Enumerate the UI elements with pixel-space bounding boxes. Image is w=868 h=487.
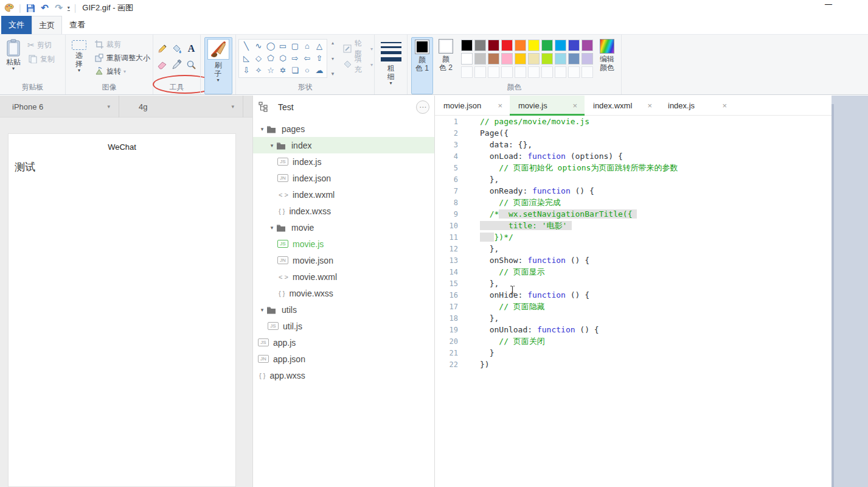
palette-color-swatch[interactable] (461, 40, 473, 51)
magnifier-tool-icon[interactable] (185, 57, 198, 72)
tab-close-icon[interactable]: × (572, 101, 577, 110)
size-button[interactable]: 粗 细 ▾ (378, 37, 404, 94)
code-line[interactable]: 13 onShow: function () { (435, 254, 832, 266)
palette-empty-swatch[interactable] (555, 66, 566, 78)
palette-empty-swatch[interactable] (515, 66, 526, 78)
arrow-right-shape[interactable]: ⇨ (289, 52, 301, 65)
copy-button[interactable]: 复制 (26, 53, 56, 65)
tree-file-movie.json[interactable]: JNmovie.json (253, 252, 434, 268)
palette-empty-swatch[interactable] (568, 66, 580, 78)
ellipse-shape[interactable]: ◯ (265, 40, 277, 52)
ribbon-tab-文件[interactable]: 文件 (1, 16, 32, 34)
chevron-down-icon[interactable]: ▾ (268, 142, 276, 149)
code-line[interactable]: 22}) (435, 359, 832, 370)
chevron-down-icon[interactable]: ▾ (258, 307, 266, 313)
palette-color-swatch[interactable] (515, 53, 526, 65)
tree-file-movie.js[interactable]: JSmovie.js (253, 236, 434, 252)
code-line[interactable]: 9 /* wx.setNavigationBarTitle({ (435, 208, 832, 220)
editor-tab-movie.js[interactable]: movie.js× (510, 96, 585, 115)
tree-file-movie.wxml[interactable]: < >movie.wxml (253, 268, 434, 285)
palette-color-swatch[interactable] (541, 40, 553, 51)
palette-color-swatch[interactable] (461, 53, 473, 65)
editor-tab-movie.json[interactable]: movie.json× (435, 96, 510, 115)
shapes-scroll-up-icon[interactable]: ▴ (329, 40, 336, 46)
fill-tool-icon[interactable] (170, 41, 184, 57)
palette-color-swatch[interactable] (568, 40, 580, 51)
palette-color-swatch[interactable] (515, 40, 526, 51)
tab-close-icon[interactable]: × (498, 101, 502, 110)
code-line[interactable]: 10 title: '电影' (435, 220, 832, 231)
editor-tab-index.js[interactable]: index.js× (659, 96, 734, 115)
palette-color-swatch[interactable] (555, 40, 566, 51)
minimize-button[interactable]: — (819, 0, 838, 11)
tree-file-movie.wxss[interactable]: { }movie.wxss (253, 285, 434, 301)
code-line[interactable]: 8 // 页面渲染完成 (435, 197, 832, 208)
callout-cloud-shape[interactable]: ☁ (313, 65, 325, 77)
resize-button[interactable]: 重新调整大小 (92, 52, 151, 64)
palette-color-swatch[interactable] (501, 53, 513, 65)
shapes-scroll-down-icon[interactable]: ▾ (329, 56, 336, 61)
explorer-menu-button[interactable]: ⋯ (416, 100, 429, 114)
arrow-up-shape[interactable]: ⇧ (313, 52, 325, 65)
tab-close-icon[interactable]: × (647, 101, 652, 110)
color-picker-tool-icon[interactable] (170, 57, 184, 72)
code-line[interactable]: 6 }, (435, 173, 832, 185)
paint-canvas[interactable]: iPhone 6 ▾ 4g ▾ WeChat 测试 (0, 96, 868, 487)
palette-color-swatch[interactable] (541, 53, 553, 65)
tree-folder-pages[interactable]: ▾pages (253, 121, 434, 137)
ribbon-tab-查看[interactable]: 查看 (62, 16, 92, 34)
code-line[interactable]: 7 onReady: function () { (435, 185, 832, 197)
palette-color-swatch[interactable] (568, 53, 580, 65)
polygon-shape[interactable]: ⌂ (301, 40, 313, 52)
eraser-tool-icon[interactable] (156, 57, 169, 72)
rounded-rectangle-shape[interactable]: ▢ (289, 40, 301, 52)
callout-rectangle-shape[interactable]: ❏ (289, 65, 301, 77)
code-line[interactable]: 3 data: {}, (435, 139, 832, 150)
palette-empty-swatch[interactable] (528, 66, 540, 78)
save-button[interactable] (26, 2, 36, 13)
tree-file-index.json[interactable]: JNindex.json (253, 170, 434, 186)
palette-color-swatch[interactable] (474, 53, 486, 65)
crop-button[interactable]: 裁剪 (92, 38, 151, 51)
shapes-more-icon[interactable]: ▼ (329, 71, 336, 77)
code-line[interactable]: 4 onLoad: function (options) { (435, 150, 832, 162)
star-6-shape[interactable]: ✡ (277, 65, 289, 77)
code-line[interactable]: 20 // 页面关闭 (435, 335, 832, 347)
curve-shape[interactable]: ∿ (252, 40, 265, 52)
code-line[interactable]: 1// pages/movie/movie.js (435, 116, 832, 127)
palette-color-swatch[interactable] (474, 40, 486, 51)
palette-empty-swatch[interactable] (488, 66, 499, 78)
code-area[interactable]: 1// pages/movie/movie.js2Page({3 data: {… (435, 116, 832, 370)
code-line[interactable]: 15 }, (435, 278, 832, 289)
tree-file-util.js[interactable]: JSutil.js (253, 318, 434, 334)
tree-file-app.json[interactable]: JNapp.json (253, 351, 434, 367)
code-line[interactable]: 21 } (435, 347, 832, 359)
pentagon-shape[interactable]: ⬠ (265, 52, 277, 65)
brush-button[interactable]: 刷 子 ▾ (204, 37, 232, 94)
arrow-left-shape[interactable]: ⇦ (301, 52, 313, 65)
code-line[interactable]: 2Page({ (435, 127, 832, 139)
tree-file-app.wxss[interactable]: { }app.wxss (253, 367, 434, 384)
palette-color-swatch[interactable] (488, 53, 499, 65)
palette-empty-swatch[interactable] (501, 66, 513, 78)
chevron-down-icon[interactable]: ▾ (268, 225, 276, 231)
palette-color-swatch[interactable] (528, 53, 540, 65)
palette-color-swatch[interactable] (528, 40, 540, 51)
star-4-shape[interactable]: ✧ (252, 65, 265, 77)
diamond-shape[interactable]: ◇ (252, 52, 265, 65)
triangle-shape[interactable]: △ (313, 40, 325, 52)
code-line[interactable]: 5 // 页面初始化 options为页面跳转所带来的参数 (435, 162, 832, 173)
line-shape[interactable]: ╲ (240, 40, 252, 52)
undo-button[interactable]: ↶ (40, 2, 50, 13)
editor-tab-index.wxml[interactable]: index.wxml× (585, 96, 659, 115)
palette-empty-swatch[interactable] (474, 66, 486, 78)
code-line[interactable]: 16 onHide: function () { (435, 289, 832, 301)
code-line[interactable]: 12 }, (435, 243, 832, 254)
fill-style-button[interactable]: 填充 ▾ (341, 58, 374, 71)
rotate-button[interactable]: 旋转 ▾ (92, 65, 151, 77)
network-select[interactable]: 4g ▾ (119, 96, 243, 117)
tree-file-index.wxss[interactable]: { }index.wxss (253, 203, 434, 219)
code-line[interactable]: 18 }, (435, 312, 832, 324)
tree-folder-movie[interactable]: ▾movie (253, 219, 434, 236)
code-line[interactable]: 11 })*/ (435, 231, 832, 243)
